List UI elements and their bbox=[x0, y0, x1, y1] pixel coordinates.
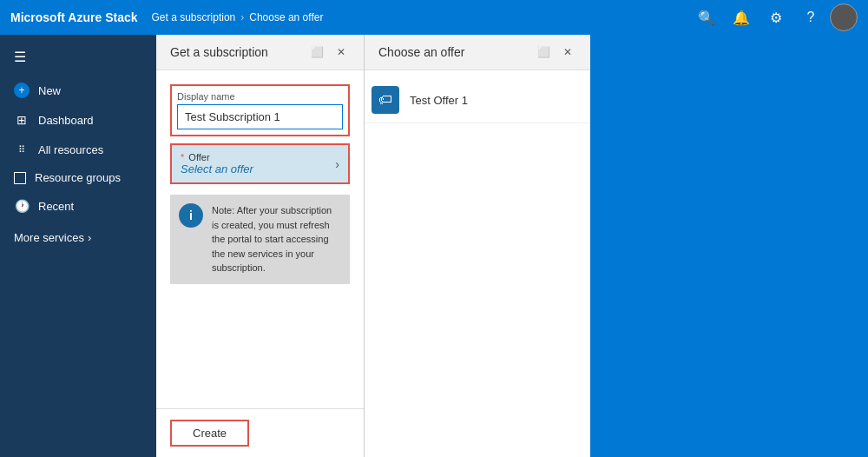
offer-select-trigger[interactable]: * Offer Select an offer › bbox=[172, 145, 348, 182]
bell-icon[interactable]: 🔔 bbox=[726, 2, 757, 33]
offer-placeholder-text: Select an offer bbox=[181, 162, 253, 176]
left-panel-close-btn[interactable]: ✕ bbox=[332, 43, 350, 61]
offer-field: * Offer Select an offer › bbox=[170, 143, 350, 184]
sidebar-more-services[interactable]: More services › bbox=[0, 224, 156, 251]
display-name-group: Display name bbox=[170, 84, 350, 136]
left-panel-resize-btn[interactable]: ⬜ bbox=[308, 43, 326, 61]
hamburger-icon[interactable]: ☰ bbox=[0, 42, 156, 72]
get-subscription-panel: Get a subscription ⬜ ✕ Display name bbox=[156, 35, 365, 457]
breadcrumb-step2[interactable]: Choose an offer bbox=[249, 11, 323, 23]
recent-icon: 🕐 bbox=[14, 198, 30, 214]
help-icon[interactable]: ? bbox=[795, 2, 826, 33]
choose-offer-panel: Choose an offer ⬜ ✕ 🏷 Test Offer 1 bbox=[365, 35, 590, 457]
sidebar-label-dashboard: Dashboard bbox=[38, 114, 94, 127]
content-area: Get a subscription ⬜ ✕ Display name bbox=[156, 35, 868, 457]
offer-tag-icon: 🏷 bbox=[372, 86, 399, 114]
brand-title: Microsoft Azure Stack bbox=[10, 10, 138, 24]
gear-icon[interactable]: ⚙ bbox=[760, 2, 792, 33]
sidebar-label-resource-groups: Resource groups bbox=[35, 171, 121, 184]
offer-label-text: Offer bbox=[188, 152, 209, 162]
more-services-chevron: › bbox=[88, 231, 91, 244]
topbar: Microsoft Azure Stack Get a subscription… bbox=[0, 0, 868, 35]
sidebar-item-new[interactable]: + New bbox=[0, 76, 156, 105]
left-panel-content: Display name * Offer Select an offer bbox=[156, 70, 364, 408]
left-panel-title: Get a subscription bbox=[170, 45, 268, 59]
left-panel-header: Get a subscription ⬜ ✕ bbox=[156, 35, 364, 70]
plus-icon: + bbox=[14, 83, 30, 98]
right-panel-controls: ⬜ ✕ bbox=[535, 43, 576, 61]
info-box: i Note: After your subscription is creat… bbox=[170, 195, 350, 284]
sidebar-item-resource-groups[interactable]: Resource groups bbox=[0, 164, 156, 191]
topbar-icons: 🔍 🔔 ⚙ ? bbox=[691, 2, 858, 33]
sidebar-label-recent: Recent bbox=[38, 200, 74, 213]
avatar[interactable] bbox=[830, 3, 858, 31]
left-panel-controls: ⬜ ✕ bbox=[308, 43, 350, 61]
right-panel-content: 🏷 Test Offer 1 bbox=[365, 70, 590, 457]
sidebar-label-new: New bbox=[38, 84, 61, 97]
offer-item-1[interactable]: 🏷 Test Offer 1 bbox=[365, 77, 590, 123]
more-services-label: More services bbox=[14, 231, 84, 244]
dashboard-icon: ⊞ bbox=[14, 112, 30, 128]
right-panel-title: Choose an offer bbox=[378, 45, 464, 59]
right-panel-close-btn[interactable]: ✕ bbox=[559, 43, 576, 61]
resource-groups-icon bbox=[14, 172, 26, 184]
sidebar-item-all-resources[interactable]: ⠿ All resources bbox=[0, 135, 156, 164]
display-name-input[interactable] bbox=[177, 104, 343, 129]
offer-name-1: Test Offer 1 bbox=[410, 94, 468, 107]
offer-field-left: * Offer Select an offer bbox=[181, 152, 253, 176]
right-panel-header: Choose an offer ⬜ ✕ bbox=[365, 35, 590, 70]
sidebar-item-recent[interactable]: 🕐 Recent bbox=[0, 191, 156, 221]
display-name-label: Display name bbox=[177, 91, 343, 102]
main-layout: ☰ + New ⊞ Dashboard ⠿ All resources Reso… bbox=[0, 35, 868, 457]
required-star: * bbox=[181, 152, 184, 162]
right-panel-resize-btn[interactable]: ⬜ bbox=[535, 43, 552, 61]
sidebar: ☰ + New ⊞ Dashboard ⠿ All resources Reso… bbox=[0, 35, 156, 457]
search-icon[interactable]: 🔍 bbox=[691, 2, 722, 33]
sidebar-label-all-resources: All resources bbox=[38, 143, 103, 156]
breadcrumb-step1[interactable]: Get a subscription bbox=[152, 11, 236, 23]
breadcrumb-separator: › bbox=[240, 11, 244, 23]
info-icon: i bbox=[179, 203, 203, 228]
sidebar-item-dashboard[interactable]: ⊞ Dashboard bbox=[0, 105, 156, 135]
left-panel-footer: Create bbox=[156, 408, 364, 457]
create-button[interactable]: Create bbox=[170, 420, 249, 447]
offer-label: * Offer bbox=[181, 152, 253, 162]
breadcrumb: Get a subscription › Choose an offer bbox=[152, 11, 691, 23]
offer-chevron-icon: › bbox=[335, 157, 339, 171]
all-resources-icon: ⠿ bbox=[14, 142, 30, 157]
blue-background-area bbox=[590, 35, 868, 457]
info-text: Note: After your subscription is created… bbox=[212, 203, 341, 275]
